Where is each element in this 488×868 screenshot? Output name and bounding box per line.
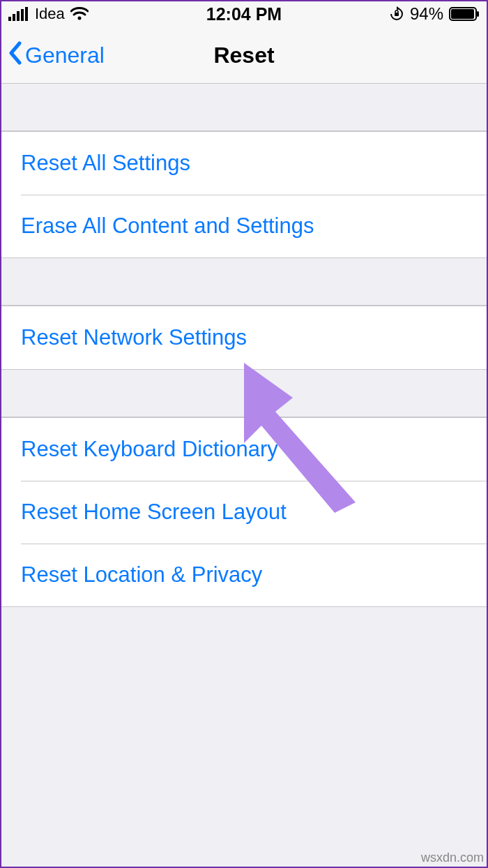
svg-rect-9 bbox=[451, 9, 474, 19]
row-label: Reset Keyboard Dictionary bbox=[21, 437, 278, 462]
status-right: 94% bbox=[389, 4, 480, 24]
watermark: wsxdn.com bbox=[421, 851, 484, 865]
row-label: Erase All Content and Settings bbox=[21, 214, 314, 239]
svg-rect-1 bbox=[13, 14, 15, 21]
reset-home-screen-layout-row[interactable]: Reset Home Screen Layout bbox=[0, 481, 488, 544]
wifi-icon bbox=[70, 7, 89, 21]
chevron-left-icon bbox=[8, 41, 22, 70]
reset-network-settings-row[interactable]: Reset Network Settings bbox=[0, 306, 488, 369]
row-label: Reset Home Screen Layout bbox=[21, 500, 287, 525]
svg-rect-4 bbox=[25, 7, 28, 21]
reset-keyboard-dictionary-row[interactable]: Reset Keyboard Dictionary bbox=[0, 418, 488, 481]
group-1: Reset All Settings Erase All Content and… bbox=[0, 131, 488, 258]
svg-rect-7 bbox=[395, 13, 399, 16]
reset-all-settings-row[interactable]: Reset All Settings bbox=[0, 132, 488, 195]
svg-rect-3 bbox=[21, 9, 24, 21]
content: Reset All Settings Erase All Content and… bbox=[0, 84, 488, 607]
erase-all-content-row[interactable]: Erase All Content and Settings bbox=[0, 195, 488, 257]
row-label: Reset Network Settings bbox=[21, 325, 247, 350]
status-time: 12:04 PM bbox=[206, 4, 282, 24]
carrier-label: Idea bbox=[35, 5, 65, 23]
back-label: General bbox=[25, 43, 105, 68]
back-button[interactable]: General bbox=[8, 41, 105, 70]
page-title: Reset bbox=[213, 43, 274, 68]
group-3: Reset Keyboard Dictionary Reset Home Scr… bbox=[0, 417, 488, 607]
cellular-signal-icon bbox=[8, 7, 29, 21]
section-gap bbox=[0, 84, 488, 131]
svg-rect-10 bbox=[477, 11, 479, 17]
svg-rect-2 bbox=[17, 11, 20, 21]
section-gap bbox=[0, 370, 488, 417]
battery-icon bbox=[449, 7, 480, 21]
status-left: Idea bbox=[8, 5, 89, 23]
status-bar: Idea 12:04 PM 94% bbox=[0, 0, 488, 28]
nav-bar: General Reset bbox=[0, 28, 488, 84]
group-2: Reset Network Settings bbox=[0, 306, 488, 370]
svg-rect-0 bbox=[8, 17, 11, 21]
row-label: Reset Location & Privacy bbox=[21, 562, 262, 588]
svg-marker-6 bbox=[397, 6, 399, 10]
svg-point-5 bbox=[77, 17, 81, 20]
section-gap bbox=[0, 258, 488, 306]
reset-location-privacy-row[interactable]: Reset Location & Privacy bbox=[0, 544, 488, 606]
row-label: Reset All Settings bbox=[21, 151, 190, 176]
battery-percentage: 94% bbox=[410, 4, 443, 24]
orientation-lock-icon bbox=[389, 6, 404, 22]
